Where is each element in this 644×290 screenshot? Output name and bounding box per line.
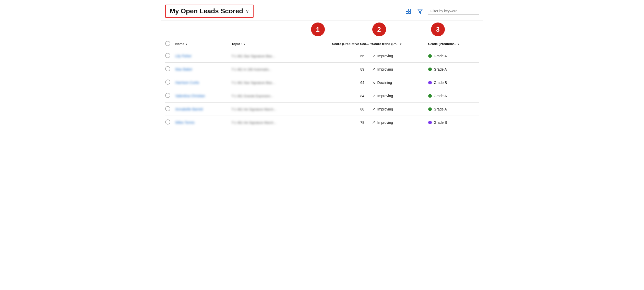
cell-score: 66 [308,54,372,58]
table-row: Harrison Curtis T-1 481 Star Signature B… [165,76,479,89]
grade-dot-icon [428,81,432,84]
cell-topic: T-1 481 Ink Signature March... [232,107,308,111]
row-checkbox-cell[interactable] [165,93,175,99]
lead-score: 88 [360,107,364,111]
cell-grade: Grade A [428,94,479,98]
cell-topic: T-1 481 Star Signature Blac... [232,54,308,58]
col-header-trend[interactable]: Score trend (Pr... ∨ [372,42,428,46]
grade-dot-icon [428,94,432,98]
grade-dot-icon [428,121,432,124]
annotation-1: 1 [311,23,325,36]
grade-sort-icon: ∨ [457,42,459,46]
table-row: Lily Fisher T-1 481 Star Signature Blac.… [165,49,479,63]
cell-topic: T-1 481 Star Signature Blac... [232,81,308,85]
page-title: My Open Leads Scored [170,7,243,15]
page-wrapper: My Open Leads Scored ∨ [161,0,483,129]
lead-score: 64 [360,81,364,85]
trend-label: Improving [377,67,393,71]
annotation-2: 2 [372,23,386,36]
grade-label: Grade B [434,120,447,125]
annotation-3: 3 [431,23,445,36]
col-header-topic[interactable]: Topic ↑ ∨ [232,42,308,46]
col-header-score[interactable]: Score (Predictive Sco... ∨ [308,42,372,46]
cell-trend: ↗ Improving [372,53,428,58]
cell-trend: ↗ Improving [372,67,428,72]
table-row: Max Baker T-1 481 In 190 Automatio... 89… [165,63,479,76]
lead-name-link[interactable]: Annabelle Barrett [175,107,203,111]
cell-score: 88 [308,107,372,111]
lead-topic: T-1 481 Ink Signature March... [232,107,276,111]
cell-grade: Grade A [428,107,479,111]
trend-arrow-icon: ↗ [372,120,375,125]
cell-name: Lily Fisher [175,54,232,58]
row-checkbox[interactable] [165,80,170,85]
grade-dot-icon [428,54,432,58]
cell-trend: ↗ Improving [372,120,428,125]
table-row: Annabelle Barrett T-1 481 Ink Signature … [165,103,479,116]
column-headers: Name ∨ Topic ↑ ∨ Score (Predictive Sco..… [161,38,483,49]
col-select-all[interactable] [165,41,175,47]
lead-name-link[interactable]: Harrison Curtis [175,81,199,85]
lead-topic: T-1 481 Grande Expresion... [232,94,273,98]
row-checkbox[interactable] [165,53,170,58]
cell-grade: Grade B [428,120,479,125]
cell-name: Annabelle Barrett [175,107,232,111]
lead-topic: T-1 481 Ink Signature March... [232,121,276,125]
header-actions [404,7,479,15]
cell-topic: T-1 481 Grande Expresion... [232,94,308,98]
row-checkbox-cell[interactable] [165,66,175,72]
cell-name: Max Baker [175,67,232,71]
row-checkbox[interactable] [165,93,170,98]
filter-button[interactable] [416,7,424,15]
row-checkbox[interactable] [165,119,170,125]
col-header-name[interactable]: Name ∨ [175,42,232,46]
row-checkbox-cell[interactable] [165,119,175,125]
title-chevron-icon[interactable]: ∨ [246,8,249,14]
cell-score: 64 [308,81,372,85]
header: My Open Leads Scored ∨ [161,0,483,20]
svg-rect-3 [409,12,411,14]
lead-name-link[interactable]: Lily Fisher [175,54,192,58]
cell-score: 84 [308,94,372,98]
cell-trend: ↗ Improving [372,107,428,111]
svg-marker-4 [418,9,422,14]
lead-score: 89 [360,67,364,71]
cell-grade: Grade B [428,81,479,85]
score-sort-icon: ∨ [370,42,372,46]
trend-label: Improving [377,107,393,111]
row-checkbox-cell[interactable] [165,53,175,59]
row-checkbox[interactable] [165,106,170,111]
trend-arrow-icon: ↗ [372,53,375,58]
lead-topic: T-1 481 Star Signature Blac... [232,54,275,58]
trend-arrow-icon: ↗ [372,93,375,98]
row-checkbox-cell[interactable] [165,80,175,85]
filter-input[interactable] [428,7,479,15]
trend-label: Improving [377,94,393,98]
grade-label: Grade A [434,67,447,71]
trend-label: Declining [377,81,392,85]
topic-sort-icon: ↑ ∨ [241,42,245,46]
table-row: Miles Torres T-1 481 Ink Signature March… [165,116,479,129]
row-checkbox-cell[interactable] [165,106,175,112]
table-row: Valentina Christian T-1 481 Grande Expre… [165,89,479,103]
svg-rect-1 [409,9,411,11]
cell-trend: ↗ Improving [372,93,428,98]
trend-label: Improving [377,54,393,58]
cell-score: 78 [308,120,372,125]
lead-name-link[interactable]: Valentina Christian [175,94,205,98]
grade-dot-icon [428,68,432,71]
lead-score: 84 [360,94,364,98]
col-header-grade[interactable]: Grade (Predictiv... ∨ [428,42,479,46]
select-all-checkbox[interactable] [165,41,170,46]
name-sort-icon: ∨ [185,42,187,46]
trend-label: Improving [377,120,393,125]
column-settings-button[interactable] [404,7,412,15]
lead-name-link[interactable]: Max Baker [175,67,193,71]
lead-topic: T-1 481 In 190 Automatio... [232,68,271,71]
cell-score: 89 [308,67,372,71]
trend-arrow-icon: ↗ [372,67,375,72]
lead-score: 66 [360,54,364,58]
lead-name-link[interactable]: Miles Torres [175,120,195,125]
row-checkbox[interactable] [165,66,170,71]
grade-label: Grade A [434,54,447,58]
